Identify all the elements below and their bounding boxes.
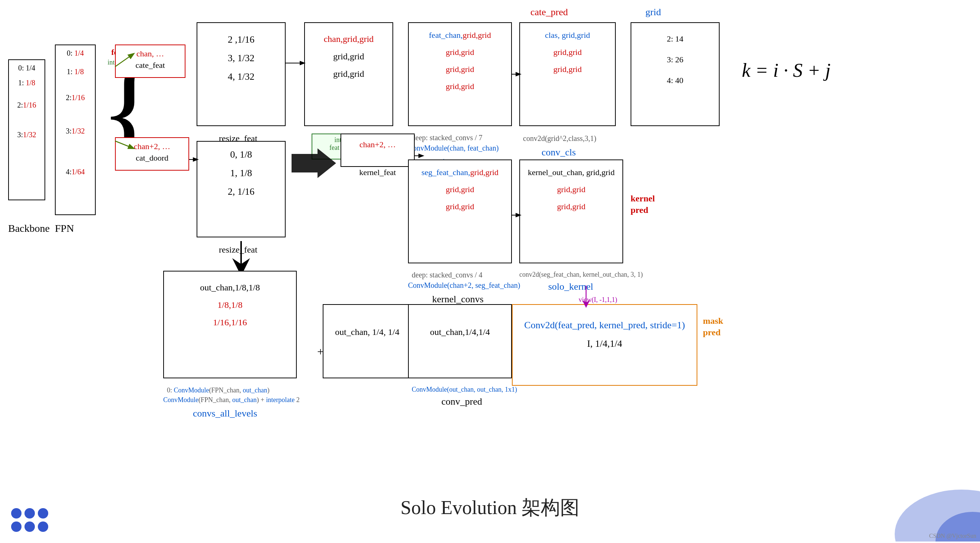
fpn-box: 0: 1/4 1: 1/8 2:1/16 3:1/32 4:1/64 bbox=[55, 45, 96, 215]
dot-1 bbox=[11, 508, 22, 519]
dot-2 bbox=[24, 508, 35, 519]
resize-feat-bottom-box: 0, 1/8 1, 1/8 2, 1/16 bbox=[197, 141, 286, 237]
cate-pred-line1: clas, grid,grid bbox=[520, 23, 615, 40]
kernel-feat-line1: chan+2, … bbox=[341, 134, 414, 150]
fpn-line5: 4:1/64 bbox=[56, 168, 95, 176]
brand: CSDN @VjctorSun bbox=[929, 533, 976, 539]
resize-bottom-line2: 1, 1/8 bbox=[197, 160, 285, 179]
fpn-line2: 1: 1/8 bbox=[56, 67, 95, 76]
conv-cls-label: conv_cls bbox=[542, 147, 576, 158]
fpn-label: FPN bbox=[55, 223, 74, 234]
bottom-wave bbox=[869, 467, 980, 543]
cate-convs-sub1: deep: stacked_convs / 7 bbox=[412, 134, 482, 142]
resize-top-line3: 4, 1/32 bbox=[197, 64, 285, 82]
out-chan-small-line1: out_chan, 1/4, 1/4 bbox=[323, 305, 411, 337]
dot-3 bbox=[38, 508, 48, 519]
out-chan-bottom-box: out_chan,1/4,1/4 bbox=[408, 304, 512, 378]
cate-pred-box: clas, grid,grid grid,grid grid,grid bbox=[519, 22, 616, 126]
conv-pred-label: conv_pred bbox=[441, 396, 482, 407]
kernel-convs-box: seg_feat_chan,grid,grid grid,grid grid,g… bbox=[408, 159, 512, 263]
resize-feat-top-box: 2 ,1/16 3, 1/32 4, 1/32 bbox=[197, 22, 286, 126]
grid-title: grid bbox=[646, 7, 661, 18]
kernel-convs-sub2: ConvModule(chan+2, seg_feat_chan) bbox=[408, 281, 520, 290]
dot-4 bbox=[11, 521, 22, 532]
chan-grid-line2: grid,grid bbox=[305, 44, 393, 62]
cate-convs-box: feat_chan,grid,grid grid,grid grid,grid … bbox=[408, 22, 512, 126]
resize-top-line1: 2 ,1/16 bbox=[197, 23, 285, 45]
conv2d-line1: Conv2d(feat_pred, kernel_pred, stride=1) bbox=[512, 305, 697, 331]
grid-line1: 2: 14 bbox=[631, 23, 719, 44]
kernel-convs-sub1: deep: stacked_convs / 4 bbox=[412, 271, 482, 279]
resize-bottom-line3: 2, 1/16 bbox=[197, 179, 285, 197]
fpn-line3: 2:1/16 bbox=[56, 94, 95, 102]
chan-grid-line1: chan,grid,grid bbox=[305, 23, 393, 44]
conv-all-sub1: 0: ConvModule(FPN_chan, out_chan) bbox=[167, 387, 270, 394]
backbone-line1: 0: 1/4 bbox=[9, 64, 45, 72]
kernel-pred-line1: kernel_out_chan, grid,grid bbox=[520, 160, 622, 177]
convs-all-levels-label: convs_all_levels bbox=[193, 408, 257, 419]
grid-line2: 3: 26 bbox=[631, 44, 719, 65]
kernel-convs-label: kernel_convs bbox=[432, 294, 484, 305]
kernel-pred-sub1: conv2d(seg_feat_chan, kernel_out_chan, 3… bbox=[519, 271, 643, 279]
cate-convs-line1: feat_chan,grid,grid bbox=[409, 23, 511, 40]
dot-6 bbox=[38, 521, 48, 532]
resize-top-line2: 3, 1/32 bbox=[197, 45, 285, 64]
cate-pred-sub1: conv2d(grid^2,class,3,1) bbox=[523, 134, 597, 143]
cate-convs-line2: grid,grid bbox=[409, 40, 511, 57]
arrow-kfeat-kconv bbox=[415, 148, 426, 163]
cate-pred-line3: grid,grid bbox=[520, 57, 615, 74]
backbone-line4: 3:1/32 bbox=[9, 131, 45, 139]
kernel-pred-side-label: kernelpred bbox=[631, 193, 655, 216]
arrow-resize-to-chan bbox=[286, 52, 308, 74]
conv-all-line1: out_chan,1/8,1/8 bbox=[164, 272, 296, 293]
fpn-line4: 3:1/32 bbox=[56, 127, 95, 135]
backbone-label: Backbone bbox=[8, 223, 50, 234]
conv-all-line3: 1/16,1/16 bbox=[164, 310, 296, 328]
out-chan-bottom-line1: out_chan,1/4,1/4 bbox=[409, 305, 511, 337]
arrow-kconv-kpred bbox=[512, 208, 523, 223]
conv-all-sub2: ConvModule(FPN_chan, out_chan) + interpo… bbox=[163, 396, 300, 404]
dot-row-2 bbox=[11, 521, 48, 532]
arrows-svg bbox=[97, 37, 141, 178]
svg-line-1 bbox=[115, 141, 134, 148]
formula: k = i · S + j bbox=[742, 59, 830, 81]
bottom-dots bbox=[11, 508, 48, 532]
big-arrow-right bbox=[291, 148, 336, 178]
cate-convs-line4: grid,grid bbox=[409, 74, 511, 91]
conv-all-line2: 1/8,1/8 bbox=[164, 293, 296, 310]
fpn-line1: 0: 1/4 bbox=[56, 49, 95, 57]
grid-line3: 4: 40 bbox=[631, 65, 719, 85]
kernel-convs-line3: grid,grid bbox=[409, 194, 511, 212]
conv2d-box: Conv2d(feat_pred, kernel_pred, stride=1)… bbox=[512, 304, 697, 386]
out-chan-small-box: out_chan, 1/4, 1/4 bbox=[323, 304, 412, 378]
out-chan-bottom-sub1: ConvModule(out_chan, out_chan, 1x1) bbox=[412, 386, 517, 393]
title-bottom: Solo Evolution 架构图 bbox=[401, 495, 579, 521]
backbone-line3: 2:1/16 bbox=[9, 101, 45, 110]
svg-line-0 bbox=[115, 54, 134, 67]
mask-pred-label: maskpred bbox=[703, 315, 723, 338]
conv2d-line2: I, 1/4,1/4 bbox=[512, 331, 697, 349]
grid-box: 2: 14 3: 26 4: 40 bbox=[631, 22, 720, 126]
kernel-convs-line2: grid,grid bbox=[409, 177, 511, 194]
convs-all-levels-box: out_chan,1/8,1/8 1/8,1/8 1/16,1/16 bbox=[163, 271, 297, 378]
chan-grid-line3: grid,grid bbox=[305, 62, 393, 79]
svg-marker-6 bbox=[291, 148, 336, 178]
kernel-pred-line2: grid,grid bbox=[520, 177, 622, 194]
dot-5 bbox=[24, 521, 35, 532]
main-container: 0: 1/4 1: 1/8 2:1/16 3:1/32 Backbone 0: … bbox=[0, 0, 980, 543]
cate-pred-title: cate_pred bbox=[530, 7, 568, 18]
kernel-pred-box: kernel_out_chan, grid,grid grid,grid gri… bbox=[519, 159, 623, 263]
kernel-feat-box: chan+2, … kernel_feat bbox=[340, 134, 415, 167]
backbone-line2: 1: 1/8 bbox=[9, 79, 45, 87]
cate-pred-line2: grid,grid bbox=[520, 40, 615, 57]
kernel-feat-label: kernel_feat bbox=[341, 168, 414, 177]
arrow-catd-resize bbox=[189, 152, 200, 167]
chan-grid-box: chan,grid,grid grid,grid grid,grid bbox=[304, 22, 393, 126]
cate-convs-line3: grid,grid bbox=[409, 57, 511, 74]
kernel-pred-line3: grid,grid bbox=[520, 194, 622, 212]
arrow-catec-to-catep bbox=[512, 67, 523, 81]
backbone-box: 0: 1/4 1: 1/8 2:1/16 3:1/32 bbox=[8, 59, 45, 200]
dot-row-1 bbox=[11, 508, 48, 519]
arrow-solo-conv2d bbox=[582, 286, 590, 308]
resize-bottom-line1: 0, 1/8 bbox=[197, 142, 285, 160]
